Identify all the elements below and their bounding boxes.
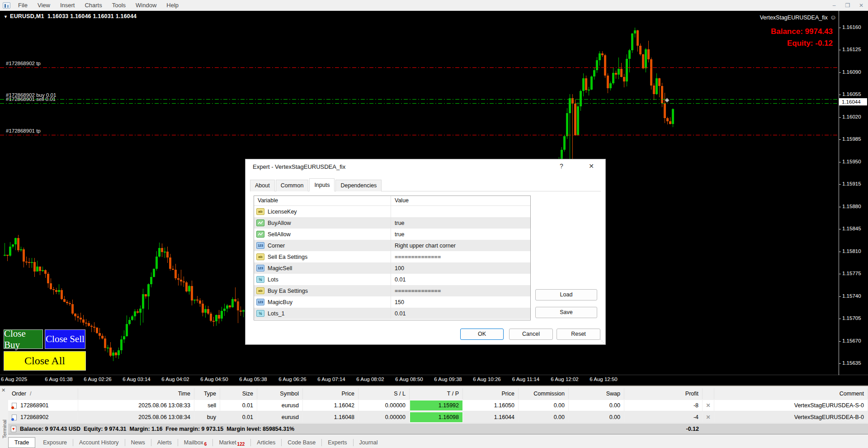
terminal-tab-mailbox[interactable]: Mailbox6 — [178, 438, 213, 448]
menu-item-insert[interactable]: Insert — [55, 0, 80, 10]
dialog-close-icon[interactable]: ✕ — [585, 162, 597, 170]
symbol-ohlc-label[interactable]: ▼EURUSD,M1 1.16033 1.16046 1.16031 1.160… — [4, 13, 137, 19]
candle-body — [142, 294, 144, 309]
order-close[interactable]: ✕ — [703, 400, 714, 411]
terminal-tab-articles[interactable]: Articles — [251, 438, 281, 448]
candle-body — [158, 248, 160, 256]
menu-item-help[interactable]: Help — [161, 0, 184, 10]
input-value[interactable]: 0.01 — [391, 276, 530, 283]
column-header-Time[interactable]: Time — [78, 388, 194, 399]
resize-grip[interactable]: ⋱ — [600, 338, 604, 343]
dbl-type-icon: ½ — [256, 276, 264, 283]
candle-body — [574, 104, 576, 135]
input-row-magicsell[interactable]: 123MagicSell100 — [254, 262, 530, 274]
input-name: Lots_1 — [268, 310, 285, 317]
help-icon[interactable]: ? — [556, 162, 567, 170]
candle-body — [123, 336, 125, 339]
input-value[interactable]: ============== — [391, 254, 530, 260]
terminal-tab-exposure[interactable]: Exposure — [37, 438, 73, 448]
ok-button[interactable]: OK — [460, 329, 504, 340]
candle-body — [639, 46, 642, 54]
menu-item-file[interactable]: File — [13, 0, 33, 10]
close-buy-button[interactable]: Close Buy — [4, 329, 43, 349]
input-row-buy-ea-settings[interactable]: abBuy Ea Settings============== — [254, 285, 530, 296]
column-header-Size[interactable]: Size — [220, 388, 257, 399]
column-header-T / P[interactable]: T / P — [410, 388, 463, 399]
close-sell-button[interactable]: Close Sell — [45, 329, 85, 349]
candle-body — [52, 289, 55, 291]
dialog-tab-about[interactable]: About — [250, 180, 275, 191]
order-row-172868901[interactable]: 1728689012025.08.06 13:08:33sell0.01euru… — [8, 400, 868, 411]
cancel-button[interactable]: Cancel — [509, 329, 553, 340]
input-value[interactable]: true — [391, 220, 530, 226]
candle-body — [96, 328, 98, 333]
dialog-tab-common[interactable]: Common — [276, 180, 309, 191]
input-value[interactable]: Right upper chart corner — [391, 243, 530, 249]
column-header-Order[interactable]: Order/ — [8, 388, 78, 399]
dialog-tab-inputs[interactable]: Inputs — [309, 178, 335, 191]
price-axis-label: 1.16020 — [842, 114, 861, 119]
terminal-tab-journal[interactable]: Journal — [354, 438, 384, 448]
time-axis-label: 6 Aug 10:26 — [473, 377, 500, 382]
input-row-sell-ea-settings[interactable]: abSell Ea Settings============== — [254, 251, 530, 262]
candle-body — [229, 305, 231, 307]
terminal-tab-alerts[interactable]: Alerts — [151, 438, 178, 448]
candle-body — [71, 304, 74, 314]
input-value[interactable]: ============== — [391, 288, 530, 294]
ea-smiley-icon[interactable]: ☺ — [830, 14, 836, 21]
input-value[interactable]: 0.01 — [391, 310, 530, 317]
price-axis-label: 1.15810 — [842, 248, 861, 254]
terminal-tab-account-history[interactable]: Account History — [73, 438, 125, 448]
close-all-button[interactable]: Close All — [4, 351, 86, 371]
input-row-licensekey[interactable]: abLicenseKey — [254, 206, 530, 217]
input-value[interactable]: 150 — [391, 299, 530, 305]
input-value[interactable]: true — [391, 231, 530, 238]
order-type: buy — [194, 412, 220, 423]
input-row-corner[interactable]: 123CornerRight upper chart corner — [254, 240, 530, 251]
column-header-Price[interactable]: Price — [463, 388, 519, 399]
candle-body — [653, 86, 655, 94]
input-row-magicbuy[interactable]: 123MagicBuy150 — [254, 296, 530, 308]
terminal-tab-experts[interactable]: Experts — [322, 438, 353, 448]
account-summary-text: Balance: 9 974.43 USD Equity: 9 974.31 M… — [20, 426, 294, 432]
menu-item-tools[interactable]: Tools — [107, 0, 131, 10]
terminal-tab-trade[interactable]: Trade — [8, 437, 35, 448]
input-value[interactable]: 100 — [391, 265, 530, 272]
menu-item-charts[interactable]: Charts — [80, 0, 107, 10]
input-row-lots[interactable]: ½Lots0.01 — [254, 274, 530, 285]
column-header-Swap[interactable]: Swap — [569, 388, 624, 399]
terminal-tabs: TradeExposureAccount HistoryNewsAlertsMa… — [8, 436, 868, 448]
variable-column-header: Variable — [254, 196, 391, 205]
bool-type-icon — [256, 219, 264, 226]
candle-body — [161, 248, 163, 252]
column-header-Comment[interactable]: Comment — [714, 388, 868, 399]
input-row-sellallow[interactable]: SellAllowtrue — [254, 229, 530, 240]
time-axis-separator — [0, 375, 868, 375]
order-profit: -4 — [624, 412, 703, 423]
menu-item-window[interactable]: Window — [131, 0, 161, 10]
load-button[interactable]: Load — [535, 289, 597, 300]
terminal-close-icon[interactable]: ✕ — [1, 387, 5, 393]
column-header-Price[interactable]: Price — [303, 388, 359, 399]
save-button[interactable]: Save — [535, 307, 597, 318]
column-header-Symbol[interactable]: Symbol — [257, 388, 303, 399]
column-header-Profit[interactable]: Profit — [624, 388, 703, 399]
dialog-tab-dependencies[interactable]: Dependencies — [335, 180, 382, 191]
reset-button[interactable]: Reset — [557, 329, 600, 340]
terminal-tab-market[interactable]: Market122 — [213, 438, 250, 448]
input-row-lots_1[interactable]: ½Lots_10.01 — [254, 308, 530, 319]
close-icon[interactable]: ✕ — [854, 0, 868, 10]
price-axis-tick — [839, 117, 841, 118]
terminal-tab-code-base[interactable]: Code Base — [282, 438, 321, 448]
column-header-close[interactable] — [703, 388, 714, 399]
minimize-icon[interactable]: – — [827, 0, 841, 10]
column-header-Type[interactable]: Type — [194, 388, 220, 399]
column-header-Commission[interactable]: Commission — [519, 388, 569, 399]
order-row-172868902[interactable]: 1728689022025.08.06 13:08:34buy0.01eurus… — [8, 412, 868, 423]
restore-icon[interactable]: ❐ — [841, 0, 854, 10]
order-close[interactable]: ✕ — [703, 412, 714, 423]
input-row-buyallow[interactable]: BuyAllowtrue — [254, 217, 530, 229]
menu-item-view[interactable]: View — [33, 0, 55, 10]
column-header-S / L[interactable]: S / L — [359, 388, 410, 399]
terminal-tab-news[interactable]: News — [125, 438, 151, 448]
